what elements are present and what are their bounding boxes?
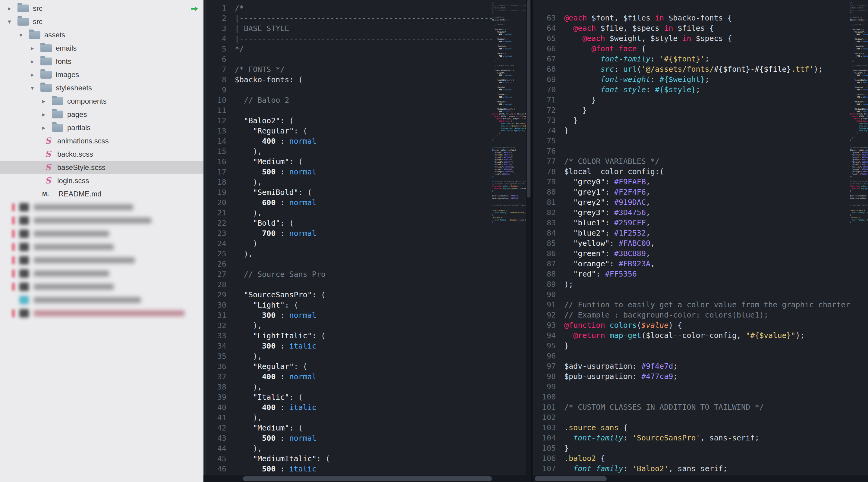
line-number[interactable]: 36 [204, 361, 235, 372]
chevron-right-icon[interactable]: ▸ [31, 44, 40, 52]
code-line[interactable]: 31 300 : normal [204, 310, 492, 321]
code-line[interactable]: 103.source-sans { [533, 423, 850, 433]
redacted-tree-item[interactable] [0, 254, 204, 267]
line-number[interactable]: 82 [533, 207, 564, 218]
code-line[interactable]: 92// Example : background-color: colors(… [533, 310, 850, 320]
tree-item-src[interactable]: ▸src [0, 2, 204, 15]
horizontal-scrollbar-right[interactable] [533, 475, 868, 482]
redacted-tree-item[interactable] [0, 307, 204, 320]
code-line[interactable]: 28 [204, 280, 492, 290]
line-number[interactable]: 42 [204, 423, 235, 433]
line-number[interactable]: 101 [533, 402, 564, 412]
code-line[interactable]: 33 "LightItalic": ( [204, 331, 492, 341]
code-line[interactable]: 41 ), [204, 413, 492, 423]
code-line[interactable]: 40 400 : italic [204, 403, 492, 413]
code-line[interactable]: 24 ) [204, 238, 492, 249]
code-line[interactable]: 15 ), [204, 147, 492, 157]
line-number[interactable]: 89 [533, 279, 564, 289]
line-number[interactable]: 106 [533, 453, 564, 463]
code-line[interactable]: 17 500 : normal [204, 167, 492, 177]
line-number[interactable]: 10 [204, 95, 235, 105]
code-line[interactable]: 102 [533, 412, 850, 423]
line-number[interactable]: 24 [204, 238, 235, 249]
tree-item-animations-scss[interactable]: Sanimations.scss [0, 134, 204, 148]
code-line[interactable]: 20 600 : normal [204, 198, 492, 208]
line-number[interactable]: 95 [533, 341, 564, 351]
line-number[interactable]: 99 [533, 382, 564, 392]
line-number[interactable]: 85 [533, 238, 564, 249]
line-number[interactable]: 43 [204, 433, 235, 444]
tree-item-assets[interactable]: ▾assets [0, 28, 204, 41]
line-number[interactable]: 23 [204, 228, 235, 238]
code-line[interactable]: 97$adv-usurpation: #9f4e7d; [533, 361, 850, 372]
tree-item-login-scss[interactable]: Slogin.scss [0, 174, 204, 187]
line-number[interactable]: 12 [204, 116, 235, 126]
line-number[interactable]: 39 [204, 392, 235, 403]
chevron-down-icon[interactable]: ▾ [8, 18, 18, 25]
line-number[interactable]: 83 [533, 218, 564, 228]
code-line[interactable]: 37 400 : normal [204, 372, 492, 382]
code-line[interactable]: 86 "green": #3BCB89, [533, 249, 850, 259]
line-number[interactable]: 88 [533, 269, 564, 279]
code-line[interactable]: 8$backo-fonts: ( [204, 75, 492, 85]
line-number[interactable]: 17 [204, 167, 235, 177]
code-line[interactable]: 27 // Source Sans Pro [204, 269, 492, 280]
tree-item-readme-md[interactable]: M↓README.md [0, 187, 204, 201]
code-line[interactable]: 2|--------------------------------------… [204, 13, 492, 24]
redacted-tree-item[interactable] [0, 214, 204, 227]
line-number[interactable]: 70 [533, 85, 564, 95]
line-number[interactable]: 32 [204, 321, 235, 331]
line-number[interactable]: 1 [204, 3, 235, 13]
line-number[interactable]: 104 [533, 433, 564, 443]
chevron-right-icon[interactable]: ▸ [31, 58, 40, 65]
horizontal-scrollbar-thumb[interactable] [535, 476, 607, 481]
code-line[interactable]: 87 "orange": #FB923A, [533, 259, 850, 269]
chevron-right-icon[interactable]: ▸ [42, 98, 52, 105]
line-number[interactable]: 11 [204, 105, 235, 116]
code-line[interactable]: 63@each $font, $files in $backo-fonts { [533, 13, 850, 23]
vertical-scrollbar-thumb[interactable] [527, 0, 530, 198]
chevron-right-icon[interactable]: ▸ [42, 124, 52, 131]
tree-item-pages[interactable]: ▸pages [0, 108, 204, 121]
chevron-right-icon[interactable]: ▸ [42, 111, 52, 118]
line-number[interactable]: 15 [204, 147, 235, 157]
tree-item-stylesheets[interactable]: ▾stylesheets [0, 81, 204, 95]
code-line[interactable]: 22 "Bold": ( [204, 218, 492, 228]
code-line[interactable]: 91// Funtion to easily get a color value… [533, 300, 850, 310]
code-line[interactable]: 36 "Regular": ( [204, 361, 492, 372]
line-number[interactable]: 69 [533, 74, 564, 85]
minimap-left[interactable]: /*|-------------------------------------… [492, 0, 526, 482]
line-number[interactable]: 67 [533, 54, 564, 64]
code-line[interactable]: 105} [533, 443, 850, 453]
line-number[interactable]: 37 [204, 372, 235, 382]
code-line[interactable]: 45 "MediumItalic": ( [204, 454, 492, 464]
line-number[interactable]: 45 [204, 454, 235, 464]
code-line[interactable]: 101/* CUSTOM CLASSES IN ADDITION TO TAIL… [533, 402, 850, 412]
code-line[interactable]: 23 700 : normal [204, 228, 492, 238]
line-number[interactable]: 63 [533, 13, 564, 23]
line-number[interactable]: 2 [204, 13, 235, 24]
code-line[interactable]: 67 font-family: '#{$font}'; [533, 54, 850, 64]
code-line[interactable]: 98$pub-usurpation: #477ca9; [533, 372, 850, 382]
redacted-tree-item[interactable] [0, 293, 204, 307]
line-number[interactable]: 4 [204, 34, 235, 44]
code-line[interactable]: 82 "grey3": #3D4756, [533, 207, 850, 218]
code-line[interactable]: 99 [533, 382, 850, 392]
code-line[interactable]: 107 font-family: 'Baloo2', sans-serif; [533, 463, 850, 474]
tree-item-basestyle-scss[interactable]: SbaseStyle.scss [0, 161, 204, 174]
line-number[interactable]: 20 [204, 198, 235, 208]
code-line[interactable]: 89); [533, 279, 850, 289]
line-number[interactable]: 8 [204, 75, 235, 85]
redacted-tree-item[interactable] [0, 267, 204, 280]
code-line[interactable]: 4|--------------------------------------… [204, 34, 492, 44]
horizontal-scrollbar-thumb[interactable] [243, 476, 492, 481]
code-line[interactable]: 95} [533, 341, 850, 351]
code-line[interactable]: 93@function colors($value) { [533, 320, 850, 330]
line-number[interactable]: 102 [533, 412, 564, 423]
code-line[interactable]: 14 400 : normal [204, 136, 492, 147]
code-line[interactable]: 74} [533, 126, 850, 136]
line-number[interactable]: 41 [204, 413, 235, 423]
code-line[interactable]: 88 "red": #FF5356 [533, 269, 850, 279]
tree-item-partials[interactable]: ▸partials [0, 121, 204, 134]
line-number[interactable]: 90 [533, 289, 564, 300]
